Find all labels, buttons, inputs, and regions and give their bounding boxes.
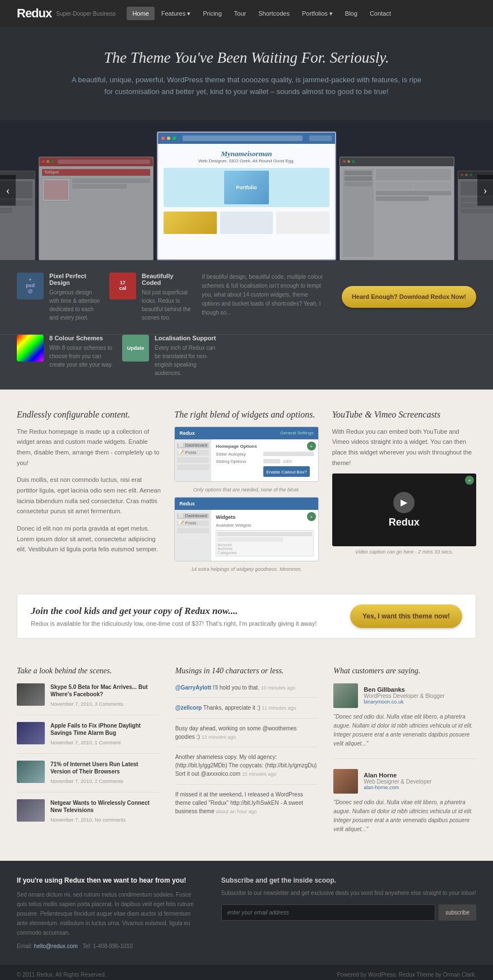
subscribe-button[interactable]: subscribe (439, 904, 476, 921)
widget-screenshot-2: Redux ⬜ Dashboard 📝 Posts Widgets Availa… (174, 497, 318, 561)
testimonial-name-1: Ben Gillbanks (364, 686, 444, 693)
hero-title: The Theme You've Been Waiting For. Serio… (34, 49, 459, 67)
blog-post-title-2[interactable]: Apple Fails to Fix iPhone Daylight Savin… (50, 722, 160, 737)
subscribe-title: Subscribe and get the inside scoop. (221, 876, 476, 884)
tweet-3: Busy day ahead, working on some @woothem… (175, 724, 318, 748)
nav-item-blog[interactable]: Blog (339, 7, 363, 20)
screen-tagline: Web Designer, SEO Geek, All Round Good E… (164, 158, 329, 163)
testimonial-quote-2: "Donec sed odio dui. Nulla vitae elit li… (333, 798, 476, 834)
join-text: Join the cool kids and get your copy of … (31, 606, 317, 627)
widget-plus-1[interactable]: + (307, 442, 316, 451)
col-widgets: The right blend of widgets and options. … (174, 410, 318, 574)
configurable-title: Endlessly configurable content. (17, 410, 161, 420)
three-col-section: Take a look behind the scenes. Skype 5.0… (0, 655, 493, 861)
blog-post-2: Apple Fails to Fix iPhone Daylight Savin… (17, 722, 160, 754)
widget-screenshot-1: Redux General Settings ⬜ Dashboard 📝 Pos… (174, 426, 318, 482)
testimonial-2: Alan Horne Web Designer & Developer alan… (333, 769, 476, 834)
footer-credit: Powered by WordPress. Redux Theme by Orm… (337, 972, 476, 978)
configurable-p1: The Redux homepage is made up a collecti… (17, 426, 161, 468)
footer-email-line: Email: hello@redux.com Tel: 1-408-996-10… (17, 943, 199, 949)
nav-item-portfolios[interactable]: Portfolios ▾ (296, 7, 338, 21)
tweet-handle-2[interactable]: @zellcorp (175, 705, 202, 711)
main-content: Endlessly configurable content. The Redu… (0, 390, 493, 594)
blog-thumb-2 (17, 722, 45, 744)
nav-items: Home Features ▾ Pricing Tour Shortcodes … (127, 7, 396, 21)
footer-bottom: © 2011 Redux. All Rights Reserved. Power… (0, 965, 493, 980)
join-button[interactable]: Yes, I want this theme now! (350, 604, 462, 628)
subscribe-form: subscribe (221, 904, 476, 921)
testimonial-site-1[interactable]: binarymoon.co.uk (364, 699, 444, 705)
tweets-title: Musings in 140 characters or less. (175, 667, 318, 676)
nav-item-contact[interactable]: Contact (364, 7, 397, 20)
video-plus[interactable]: + (465, 476, 474, 485)
slide-main: Mynameisorman Web Designer, SEO Geek, Al… (157, 132, 336, 260)
feature-title-2: Beautifully Coded (142, 273, 193, 286)
nav-item-features[interactable]: Features ▾ (156, 7, 196, 21)
features-long-text: If beautiful design, beautiful code, mul… (202, 273, 327, 317)
cta-button-area: Heard Enough? Download Redux Now! (342, 273, 476, 322)
avatar-2 (333, 769, 358, 794)
feature-title-4: Localisation Support (155, 335, 218, 341)
email-label: Email: (17, 943, 32, 949)
blog-post-meta-4: November 7, 2010, No comments (50, 817, 126, 823)
subscribe-text: Subscribe to our newsletter and get excl… (221, 889, 476, 898)
hero-section: The Theme You've Been Waiting For. Serio… (0, 27, 493, 120)
feature-title-3: 8 Colour Schemes (49, 335, 113, 341)
features-strip-2: 8 Colour Schemes With 8 colour schemes t… (0, 334, 493, 390)
logo-subtitle: Super-Dooper Business (56, 11, 115, 17)
subscribe-input[interactable] (221, 904, 435, 921)
feature-text-4: Every inch of Redux can be translated fo… (155, 344, 218, 377)
feature-title-1: Pixel Perfect Design (49, 273, 100, 286)
blog-thumb-3 (17, 761, 45, 783)
tweet-2: @zellcorp Thanks, appreciate it :) 11 mi… (175, 704, 318, 719)
col-video: YouTube & Vimeo Screencasts With Redux y… (332, 410, 476, 574)
screen-name: Mynameisorman (164, 149, 329, 158)
video-caption: Video caption can go here - 2 mins 33 se… (332, 549, 476, 555)
feature-item-colors: 8 Colour Schemes With 8 colour schemes t… (17, 335, 113, 377)
video-title: YouTube & Vimeo Screencasts (332, 410, 476, 420)
blog-thumb-4 (17, 799, 45, 822)
widget-plus-2[interactable]: + (307, 512, 316, 521)
testimonial-role-2: Web Designer & Developer (364, 779, 431, 785)
widgets-caption-1: Only options that are needed, none of th… (174, 485, 318, 497)
tweets-column: Musings in 140 characters or less. @Garr… (175, 667, 318, 844)
tweet-5: If missed it at the weekend, I released … (175, 790, 318, 816)
footer-contact-title: If you're using Redux then we want to he… (17, 876, 199, 884)
play-button[interactable]: ▶ (393, 492, 415, 513)
configurable-p2: Duis mollis, est non commodo luctus, nis… (17, 475, 161, 517)
nav-item-tour[interactable]: Tour (229, 7, 252, 20)
blog-title: Take a look behind the scenes. (17, 667, 160, 676)
slider-arrow-right[interactable]: › (477, 175, 493, 205)
configurable-p3: Donec id elit non mi porta gravida at eg… (17, 523, 161, 555)
slide-right (339, 157, 454, 260)
slider-track: TotSpot (0, 126, 493, 260)
footer-email[interactable]: hello@redux.com (34, 943, 78, 949)
slider-arrow-left[interactable]: ‹ (0, 175, 16, 205)
tweet-4: Another shameless copy. My old agency: (… (175, 753, 318, 785)
blog-post-title-4[interactable]: Netgear Wants to Wirelessly Connect New … (50, 799, 160, 814)
testimonial-role-1: WordPress Developer & Blogger (364, 693, 444, 699)
nav-item-pricing[interactable]: Pricing (197, 7, 227, 20)
download-cta-button[interactable]: Heard Enough? Download Redux Now! (342, 286, 476, 308)
feature-icon-update: Update (122, 335, 149, 362)
feature-icon-design: +psd@ (17, 273, 44, 299)
navigation: Redux Super-Dooper Business Home Feature… (0, 0, 493, 27)
nav-item-home[interactable]: Home (127, 7, 154, 20)
widgets-title: The right blend of widgets and options. (174, 410, 318, 420)
testimonial-site-2[interactable]: alan-horne.com (364, 785, 431, 790)
hero-subtitle: A beautiful, unique, powerful, WordPress… (67, 74, 426, 98)
testimonial-1: Ben Gillbanks WordPress Developer & Blog… (333, 683, 476, 759)
feature-text-2: Not just superficial looks. Redux is bea… (142, 288, 193, 322)
video-text: With Redux you can embed both YouTube an… (332, 426, 476, 468)
join-subtext: Redux is available for the ridiculously … (31, 620, 317, 627)
footer: If you're using Redux then we want to he… (0, 861, 493, 965)
logo: Redux (17, 6, 52, 21)
tweet-handle-1[interactable]: @GarryAylott (175, 684, 211, 691)
footer-tel: 1-408-996-1010 (93, 943, 133, 949)
blog-post-meta-2: November 7, 2010, 1 Comment (50, 740, 121, 745)
nav-item-shortcodes[interactable]: Shortcodes (253, 7, 295, 20)
blog-post-title-3[interactable]: 71% of Internet Users Run Latest Version… (50, 761, 160, 775)
video-placeholder[interactable]: + ▶ Redux (332, 473, 476, 546)
blog-post-1: Skype 5.0 Beta for Mac Arrives... But Wh… (17, 683, 160, 715)
blog-post-title-1[interactable]: Skype 5.0 Beta for Mac Arrives... But Wh… (50, 683, 160, 698)
